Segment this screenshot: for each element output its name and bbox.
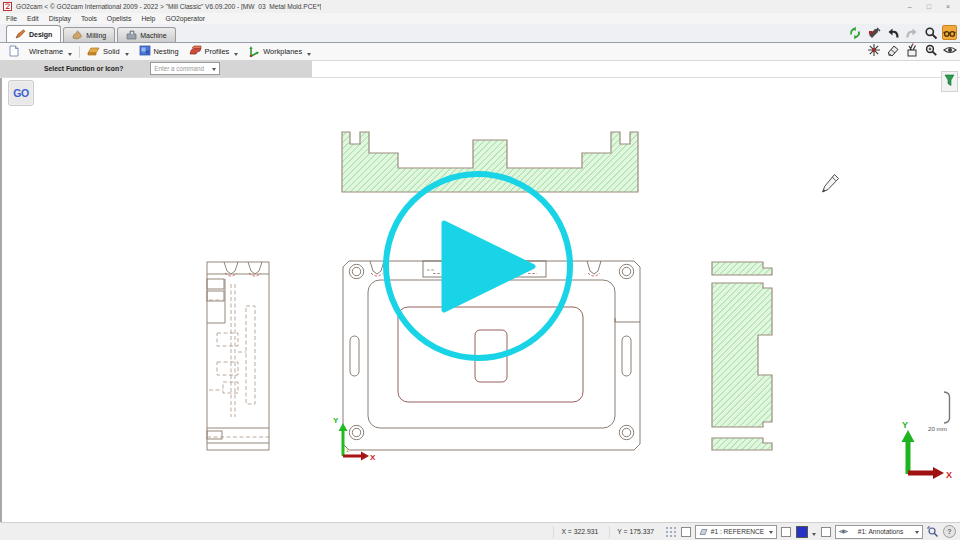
world-axis-x-label: X <box>946 470 952 480</box>
annotations-select[interactable]: #1: Annotations <box>835 525 923 539</box>
scale-indicator: 20 mm <box>928 392 950 432</box>
world-axis-y-label: Y <box>902 420 908 430</box>
tab-machine[interactable]: Machine <box>117 27 175 42</box>
chevron-down-icon <box>769 531 773 534</box>
wireframe-button[interactable]: Wireframe <box>24 45 77 59</box>
app-icon <box>3 2 12 11</box>
eye-icon[interactable] <box>942 42 957 57</box>
go2cam-window: GO2cam < © GO2cam International 2009 - 2… <box>0 0 960 540</box>
part-axis-y-label: Y <box>333 416 339 425</box>
menu-item-go2operator[interactable]: GO2operator <box>165 15 205 22</box>
machine-icon <box>126 30 137 41</box>
menu-bar: File Edit Display Tools Opelists Help GO… <box>0 13 960 24</box>
menu-item-file[interactable]: File <box>6 15 17 22</box>
workplane-icon <box>699 528 708 536</box>
maximize-button[interactable]: □ <box>927 0 931 13</box>
explode-icon[interactable] <box>866 42 881 57</box>
wireframe-button-label: Wireframe <box>29 47 63 56</box>
part-axis-x-label: X <box>370 453 376 462</box>
right-section-view <box>712 262 772 450</box>
chevron-down-icon <box>212 68 216 71</box>
cavity-profiles <box>398 307 583 402</box>
top-section-view <box>342 132 638 192</box>
x-coordinate-readout: X = 322.931 <box>553 526 605 538</box>
tab-milling[interactable]: Milling <box>63 27 115 42</box>
solid-sheet-icon <box>87 45 100 58</box>
pen-holder-icon[interactable] <box>904 42 919 57</box>
glasses-icon[interactable] <box>942 25 957 40</box>
blank-page-icon <box>9 45 19 59</box>
chevron-down-icon <box>812 533 816 536</box>
command-bar: Select Function or Icon? Enter a command <box>0 60 312 77</box>
zoom-extent-icon[interactable] <box>927 526 939 538</box>
video-play-overlay[interactable] <box>386 174 570 358</box>
zoom-search-icon[interactable] <box>923 25 938 40</box>
milling-hand-icon <box>72 30 83 41</box>
origin-index-label: 1 <box>346 447 349 453</box>
undo-icon[interactable] <box>885 25 900 40</box>
nesting-cube-icon <box>139 45 151 58</box>
annotations-select-value: #1: Annotations <box>858 528 903 535</box>
tab-design[interactable]: Design <box>6 25 61 42</box>
title-bar: GO2cam < © GO2cam International 2009 - 2… <box>0 0 960 13</box>
new-document-button[interactable] <box>4 45 24 59</box>
chevron-down-icon <box>125 53 129 56</box>
nesting-button[interactable]: Nesting <box>134 45 184 59</box>
solid-button-label: Solid <box>103 47 119 56</box>
menu-item-display[interactable]: Display <box>49 15 71 22</box>
world-axis-triad: Y X <box>902 420 953 480</box>
close-button[interactable]: × <box>946 0 950 13</box>
quick-access-row-2 <box>866 42 957 57</box>
annotations-visibility-checkbox[interactable] <box>821 527 831 537</box>
refresh-icon[interactable] <box>847 25 862 40</box>
menu-item-tools[interactable]: Tools <box>81 15 97 22</box>
window-title: GO2cam < © GO2cam International 2009 - 2… <box>16 3 321 10</box>
zoom-window-icon[interactable] <box>923 42 938 57</box>
menu-item-help[interactable]: Help <box>141 15 155 22</box>
main-plan-view <box>343 261 640 450</box>
eraser-icon[interactable] <box>885 42 900 57</box>
minimize-button[interactable]: – <box>908 0 912 13</box>
redo-icon[interactable] <box>904 25 919 40</box>
grid-snap-icon[interactable] <box>665 526 677 538</box>
menu-item-edit[interactable]: Edit <box>27 15 39 22</box>
workplanes-axes-icon <box>248 45 260 59</box>
design-pencil-icon <box>15 29 26 40</box>
color-swatch-button[interactable] <box>795 526 817 538</box>
tab-machine-label: Machine <box>140 32 166 39</box>
go-logo[interactable]: GO <box>8 80 34 106</box>
tab-bar: Design Milling Machine <box>0 24 960 42</box>
color-apply-checkbox[interactable] <box>781 527 791 537</box>
chevron-down-icon <box>307 53 311 56</box>
pencil-cursor <box>823 175 839 193</box>
profiles-button[interactable]: Profiles <box>184 45 244 59</box>
part-origin-triad: Y X 1 <box>333 416 376 462</box>
top-detail-dashes <box>427 270 537 274</box>
filter-button[interactable] <box>941 71 958 92</box>
profiles-button-label: Profiles <box>205 47 230 56</box>
toolbar-separator <box>79 46 80 58</box>
play-triangle-icon <box>444 223 533 310</box>
y-coordinate-readout: Y = 175.337 <box>609 526 661 538</box>
drawing-viewport[interactable]: Y X 1 20 mm Y X <box>0 0 960 540</box>
clamp-arcs <box>225 273 261 276</box>
solid-button[interactable]: Solid <box>82 45 133 59</box>
command-combobox-placeholder: Enter a command <box>154 65 204 72</box>
reference-select-value: #1 : REFERENCE <box>711 528 765 535</box>
eye-icon <box>839 528 848 535</box>
pointer-tool-icon[interactable] <box>866 25 881 40</box>
chevron-down-icon <box>234 53 238 56</box>
quick-access-row-1 <box>847 25 957 40</box>
toolbar: Wireframe Solid Nesting Profiles Workpla… <box>0 42 960 61</box>
left-side-view <box>207 262 272 450</box>
tab-design-label: Design <box>29 31 52 38</box>
chevron-down-icon <box>915 531 919 534</box>
window-controls: – □ × <box>908 0 960 13</box>
help-button[interactable]: ? <box>943 525 956 538</box>
reference-visibility-checkbox[interactable] <box>681 527 691 537</box>
reference-select[interactable]: #1 : REFERENCE <box>695 525 777 539</box>
command-combobox[interactable]: Enter a command <box>150 62 220 75</box>
status-bar: X = 322.931 Y = 175.337 #1 : REFERENCE #… <box>0 522 960 540</box>
workplanes-button[interactable]: Workplanes <box>243 45 316 59</box>
menu-item-opelists[interactable]: Opelists <box>107 15 132 22</box>
